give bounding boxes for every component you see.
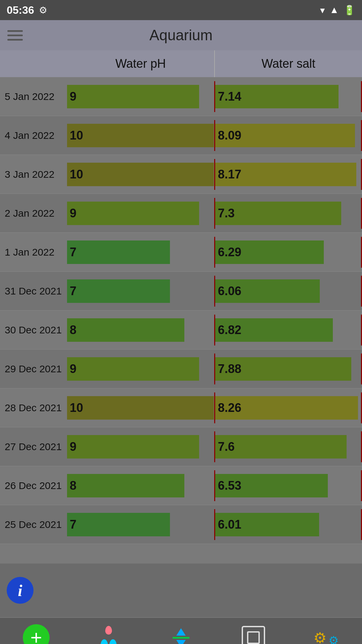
ph-bar-wrapper: 10 <box>67 122 214 149</box>
nav-new[interactable]: + New <box>0 624 72 644</box>
table-row[interactable]: 27 Dec 2021 9 7.6 <box>0 427 362 466</box>
ph-cell: 9 <box>67 194 215 232</box>
ph-bar-wrapper: 9 <box>67 356 214 382</box>
ph-bar <box>67 474 184 497</box>
salt-value: 6.82 <box>215 323 241 337</box>
salt-value: 8.17 <box>215 167 241 181</box>
ph-bar-wrapper: 7 <box>67 239 214 266</box>
table-row[interactable]: 30 Dec 2021 8 6.82 <box>0 311 362 350</box>
info-area: i <box>0 564 362 617</box>
salt-value: 6.29 <box>215 245 241 259</box>
ph-value: 9 <box>67 362 76 376</box>
salt-bar-wrapper: 7.3 <box>215 200 362 227</box>
date-cell: 30 Dec 2021 <box>0 324 67 336</box>
status-right: ▾ ▲ 🔋 <box>320 5 355 16</box>
salt-bar-wrapper: 6.53 <box>215 472 362 499</box>
limit-arrow-up-icon <box>176 628 186 636</box>
ph-cell: 9 <box>67 350 215 388</box>
salt-bar-wrapper: 7.6 <box>215 433 362 460</box>
table-header: Water pH Water salt <box>0 50 362 77</box>
table-row[interactable]: 1 Jan 2022 7 6.29 <box>0 233 362 272</box>
ph-value: 10 <box>67 401 83 415</box>
salt-bar-wrapper: 6.29 <box>215 239 362 266</box>
table-row[interactable]: 3 Jan 2022 10 8.17 <box>0 155 362 194</box>
salt-value: 7.3 <box>215 206 235 220</box>
salt-value: 8.09 <box>215 128 241 143</box>
table-row[interactable]: 25 Dec 2021 7 6.01 <box>0 505 362 544</box>
ph-bar <box>67 357 199 381</box>
ph-value: 9 <box>67 206 76 220</box>
col-date-header <box>0 50 67 77</box>
table-row[interactable]: 26 Dec 2021 8 6.53 <box>0 466 362 505</box>
drop-top <box>105 626 112 635</box>
ph-value: 7 <box>67 518 76 532</box>
salt-cell: 6.01 <box>215 505 362 544</box>
date-cell: 5 Jan 2022 <box>0 91 67 102</box>
date-cell: 31 Dec 2021 <box>0 285 67 297</box>
drop-left <box>101 639 108 644</box>
limit-icon <box>169 626 193 644</box>
ph-bar <box>67 240 170 264</box>
nav-limit[interactable]: Limit <box>145 626 217 644</box>
ph-cell: 10 <box>67 116 215 155</box>
col-salt-header: Water salt <box>215 50 362 77</box>
nav-settings[interactable]: ⚙ ⚙ Settings <box>290 628 362 644</box>
menu-button[interactable] <box>0 20 30 50</box>
table-row[interactable]: 2 Jan 2022 9 7.3 <box>0 194 362 233</box>
nav-scale[interactable]: Scale: <box>217 626 290 644</box>
settings-icon: ⚙ ⚙ <box>312 628 339 644</box>
ph-bar <box>67 435 199 459</box>
salt-bar-wrapper: 8.26 <box>215 394 362 421</box>
table-row[interactable]: 4 Jan 2022 10 8.09 <box>0 116 362 155</box>
ph-value: 7 <box>67 284 76 298</box>
salt-bar-wrapper: 8.17 <box>215 161 362 188</box>
table-row[interactable]: 31 Dec 2021 7 6.06 <box>0 272 362 311</box>
salt-bar-wrapper: 7.14 <box>215 83 362 110</box>
salt-bar-wrapper: 7.88 <box>215 356 362 382</box>
date-cell: 28 Dec 2021 <box>0 402 67 414</box>
salt-bar-wrapper: 6.82 <box>215 317 362 343</box>
table-row[interactable]: 5 Jan 2022 9 7.14 <box>0 77 362 116</box>
info-button[interactable]: i <box>7 577 34 604</box>
salt-value: 7.88 <box>215 362 241 376</box>
ph-bar-wrapper: 7 <box>67 278 214 305</box>
ph-bar-wrapper: 9 <box>67 200 214 227</box>
scale-inner-icon <box>247 631 260 644</box>
limit-arrow-down-icon <box>176 640 186 644</box>
salt-cell: 7.6 <box>215 427 362 466</box>
ph-value: 8 <box>67 479 76 493</box>
ph-bar-wrapper: 8 <box>67 472 214 499</box>
ph-cell: 10 <box>67 155 215 194</box>
ph-bar <box>67 163 214 186</box>
salt-cell: 6.82 <box>215 311 362 349</box>
col-ph-header: Water pH <box>67 50 215 77</box>
settings-status-icon: ⚙ <box>39 5 47 16</box>
menu-line-3 <box>7 39 23 41</box>
table-row[interactable]: 28 Dec 2021 10 8.26 <box>0 388 362 427</box>
date-cell: 27 Dec 2021 <box>0 441 67 452</box>
date-cell: 2 Jan 2022 <box>0 208 67 219</box>
ph-value: 7 <box>67 245 76 259</box>
ph-cell: 7 <box>67 233 215 271</box>
salt-cell: 7.14 <box>215 77 362 116</box>
ph-bar <box>67 124 214 147</box>
ph-value: 8 <box>67 323 76 337</box>
date-cell: 3 Jan 2022 <box>0 169 67 180</box>
html-icon <box>95 626 122 644</box>
ph-bar <box>67 396 214 420</box>
table-row[interactable]: 29 Dec 2021 9 7.88 <box>0 350 362 388</box>
salt-value: 7.14 <box>215 90 241 104</box>
menu-line-1 <box>7 30 23 32</box>
ph-value: 10 <box>67 128 83 143</box>
salt-value: 6.06 <box>215 284 241 298</box>
nav-html[interactable]: HTML <box>72 626 145 644</box>
status-left: 05:36 ⚙ <box>7 4 47 16</box>
salt-value: 7.6 <box>215 440 235 454</box>
page-title: Aquarium <box>30 27 332 44</box>
menu-line-2 <box>7 35 23 36</box>
salt-cell: 8.26 <box>215 388 362 427</box>
salt-cell: 7.88 <box>215 350 362 388</box>
ph-cell: 10 <box>67 388 215 427</box>
salt-cell: 8.17 <box>215 155 362 194</box>
scale-icon <box>242 626 265 644</box>
